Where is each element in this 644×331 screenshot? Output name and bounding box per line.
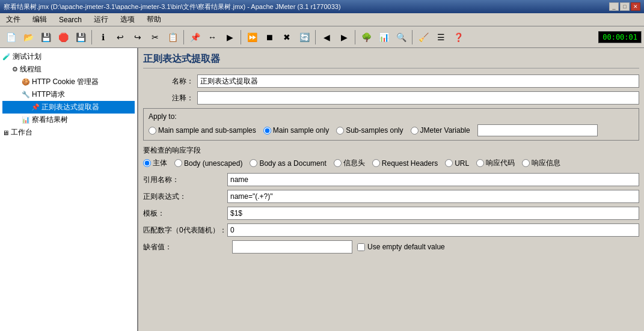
undo-btn[interactable]: ↩ <box>112 29 129 46</box>
tree-node-icon: ⚙ <box>12 65 18 73</box>
response-field-option-label: 主体 <box>153 158 167 168</box>
comment-input[interactable] <box>197 91 639 105</box>
default-label: 缺省值： <box>143 242 227 252</box>
stop-btn[interactable]: 🛑 <box>55 29 72 46</box>
play2-btn[interactable]: ⏩ <box>244 29 260 46</box>
tree-node-test-plan[interactable]: 🧪测试计划 <box>2 50 135 63</box>
tree-node-label: 察看结果树 <box>32 115 68 125</box>
response-field-section: 要检查的响应字段 主体Body (unescaped)Body as a Doc… <box>143 145 639 168</box>
menu-item-search[interactable]: Search <box>55 14 85 25</box>
response-field-radio-resp-info[interactable] <box>522 159 530 167</box>
apply-to-label: Apply to: <box>149 112 634 121</box>
response-field-option-main-body[interactable]: 主体 <box>143 158 167 168</box>
tree-node-label: 测试计划 <box>13 52 41 62</box>
menu-item-文件[interactable]: 文件 <box>2 13 24 26</box>
match-no-input[interactable] <box>227 223 639 237</box>
save-btn[interactable]: 💾 <box>37 29 54 46</box>
name-input[interactable] <box>197 74 639 88</box>
comment-label: 注释： <box>143 93 197 103</box>
response-field-option-url[interactable]: URL <box>445 159 469 168</box>
response-field-radio-body-doc[interactable] <box>250 159 257 167</box>
jmeter-variable-input[interactable] <box>477 124 598 136</box>
copy-btn[interactable]: 📋 <box>164 29 181 46</box>
apply-to-option-main-sub[interactable]: Main sample and sub-samples <box>149 126 256 135</box>
default-input[interactable] <box>232 240 352 254</box>
regex-row: 正则表达式： <box>143 190 639 203</box>
default-value-row: 缺省值： Use empty default value <box>143 240 639 254</box>
apply-to-radio-sub-only[interactable] <box>336 127 344 135</box>
use-empty-checkbox[interactable] <box>357 243 365 251</box>
close-button[interactable]: ✕ <box>631 2 640 11</box>
match-no-label: 匹配数字（0代表随机）： <box>143 225 227 235</box>
toolbar-separator <box>91 30 92 44</box>
main-layout: 🧪测试计划⚙线程组🍪HTTP Cookie 管理器🔧HTTP请求📌正则表达式提取… <box>0 48 644 331</box>
help-btn[interactable]: ❓ <box>450 29 467 46</box>
tree-node-icon: 📌 <box>31 103 40 111</box>
stop2-btn[interactable]: ⏹ <box>261 29 278 46</box>
remote-btn[interactable]: 🔄 <box>296 29 313 46</box>
response-field-radio-resp-code[interactable] <box>476 159 484 167</box>
response-field-option-resp-code[interactable]: 响应代码 <box>476 158 515 168</box>
response-field-option-label: 信息头 <box>343 158 365 168</box>
comment-row: 注释： <box>143 91 639 105</box>
ref-name-label: 引用名称： <box>143 175 227 185</box>
response-field-option-body-unescaped[interactable]: Body (unescaped) <box>174 159 242 168</box>
ref-name-input[interactable] <box>227 173 639 186</box>
r1-btn[interactable]: ◀ <box>318 29 335 46</box>
maximize-button[interactable]: □ <box>620 2 630 11</box>
menu-item-帮助[interactable]: 帮助 <box>143 13 165 26</box>
menu-item-编辑[interactable]: 编辑 <box>29 13 51 26</box>
apply-to-option-main-only[interactable]: Main sample only <box>263 126 329 135</box>
regex-input[interactable] <box>227 190 639 203</box>
save2-btn[interactable]: 💾 <box>72 29 89 46</box>
close-btn[interactable]: ✖ <box>278 29 295 46</box>
apply-to-option-sub-only[interactable]: Sub-samples only <box>336 126 403 135</box>
tree-node-http-cookie[interactable]: 🍪HTTP Cookie 管理器 <box>2 76 135 88</box>
new-btn[interactable]: 📄 <box>2 29 19 46</box>
expand-btn[interactable]: ↔ <box>204 29 221 46</box>
menu-item-运行[interactable]: 运行 <box>90 13 112 26</box>
clear-btn[interactable]: 🧹 <box>415 29 432 46</box>
response-field-option-label: Body (unescaped) <box>184 159 242 168</box>
tree-btn[interactable]: 🌳 <box>358 29 375 46</box>
paste-btn[interactable]: 📌 <box>186 29 203 46</box>
r2-btn[interactable]: ▶ <box>336 29 352 46</box>
template-input[interactable] <box>227 207 639 220</box>
graph-btn[interactable]: 📊 <box>375 29 392 46</box>
list-btn[interactable]: ☰ <box>432 29 449 46</box>
response-field-option-info-head[interactable]: 信息头 <box>334 158 365 168</box>
response-field-option-body-doc[interactable]: Body as a Document <box>250 159 326 168</box>
minimize-button[interactable]: _ <box>609 2 619 11</box>
tree-node-icon: 🖥 <box>2 129 9 136</box>
response-field-radio-main-body[interactable] <box>143 159 151 167</box>
cut-btn[interactable]: ✂ <box>147 29 164 46</box>
tree-node-regex-extractor[interactable]: 📌正则表达式提取器 <box>2 101 135 114</box>
use-empty-checkbox-label[interactable]: Use empty default value <box>357 243 445 251</box>
info-btn[interactable]: ℹ <box>94 29 111 46</box>
response-field-radio-req-headers[interactable] <box>372 159 380 167</box>
search-btn[interactable]: 🔍 <box>393 29 409 46</box>
apply-to-radio-main-sub[interactable] <box>149 127 156 135</box>
response-field-radio-info-head[interactable] <box>334 159 342 167</box>
play-btn[interactable]: ▶ <box>221 29 238 46</box>
open-btn[interactable]: 📂 <box>20 29 37 46</box>
tree-node-icon: 🧪 <box>2 53 11 61</box>
tree-node-http-req[interactable]: 🔧HTTP请求 <box>2 88 135 101</box>
tree-node-thread-group[interactable]: ⚙线程组 <box>2 63 135 76</box>
apply-to-option-label: Main sample only <box>273 126 329 135</box>
response-field-option-resp-info[interactable]: 响应信息 <box>522 158 560 168</box>
tree-node-result-tree[interactable]: 📊察看结果树 <box>2 114 135 126</box>
toolbar-separator <box>183 30 184 44</box>
apply-to-option-jmeter-var[interactable]: JMeter Variable <box>411 126 470 135</box>
apply-to-option-label: JMeter Variable <box>420 126 470 135</box>
response-field-option-req-headers[interactable]: Request Headers <box>372 159 438 168</box>
redo-btn[interactable]: ↪ <box>129 29 146 46</box>
apply-to-radio-jmeter-var[interactable] <box>411 127 419 135</box>
apply-to-radio-main-only[interactable] <box>263 127 271 135</box>
menu-item-选项[interactable]: 选项 <box>117 13 138 26</box>
tree-node-label: HTTP请求 <box>32 90 65 100</box>
tree-node-workbench[interactable]: 🖥工作台 <box>2 126 135 139</box>
response-field-radio-url[interactable] <box>445 159 453 167</box>
tree-node-icon: 🍪 <box>22 78 30 86</box>
response-field-radio-body-unescaped[interactable] <box>174 159 182 167</box>
